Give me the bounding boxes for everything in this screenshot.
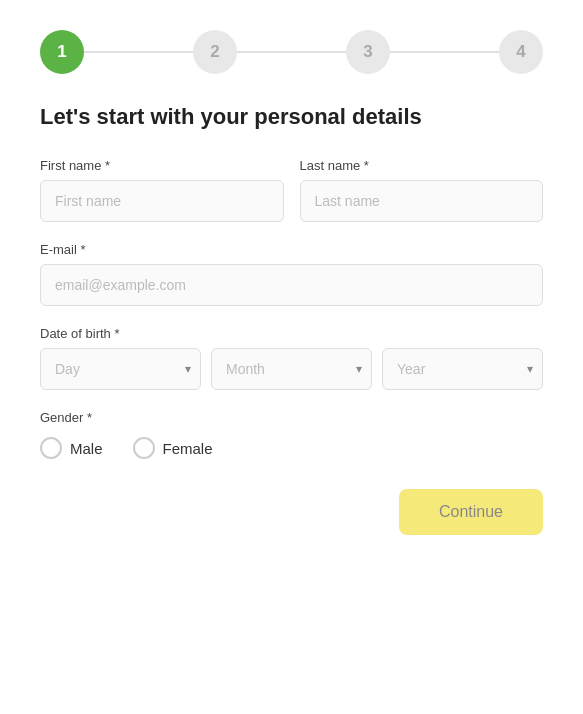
first-name-label: First name * bbox=[40, 158, 284, 173]
email-row: E-mail * bbox=[40, 242, 543, 306]
form-title: Let's start with your personal details bbox=[40, 104, 543, 130]
dob-day-select[interactable]: Day bbox=[40, 348, 201, 390]
email-group: E-mail * bbox=[40, 242, 543, 306]
dob-label: Date of birth * bbox=[40, 326, 543, 341]
stepper: 1 2 3 4 bbox=[40, 20, 543, 74]
gender-male-option[interactable]: Male bbox=[40, 437, 103, 459]
gender-label: Gender * bbox=[40, 410, 543, 425]
name-row: First name * Last name * bbox=[40, 158, 543, 222]
dob-year-select[interactable]: Year bbox=[382, 348, 543, 390]
gender-options: Male Female bbox=[40, 437, 543, 459]
step-line-2 bbox=[237, 51, 346, 53]
gender-female-label: Female bbox=[163, 440, 213, 457]
continue-button[interactable]: Continue bbox=[399, 489, 543, 535]
dob-day-wrapper: Day ▾ bbox=[40, 348, 201, 390]
dob-month-select[interactable]: Month bbox=[211, 348, 372, 390]
step-line-3 bbox=[390, 51, 499, 53]
step-3: 3 bbox=[346, 30, 390, 74]
registration-card: 1 2 3 4 Let's start with your personal d… bbox=[0, 0, 583, 714]
dob-row: Day ▾ Month ▾ Year ▾ bbox=[40, 348, 543, 390]
dob-month-wrapper: Month ▾ bbox=[211, 348, 372, 390]
dob-section: Date of birth * Day ▾ Month ▾ Year ▾ bbox=[40, 326, 543, 390]
gender-female-radio[interactable] bbox=[133, 437, 155, 459]
email-label: E-mail * bbox=[40, 242, 543, 257]
dob-year-wrapper: Year ▾ bbox=[382, 348, 543, 390]
last-name-label: Last name * bbox=[300, 158, 544, 173]
first-name-input[interactable] bbox=[40, 180, 284, 222]
first-name-group: First name * bbox=[40, 158, 284, 222]
gender-section: Gender * Male Female bbox=[40, 410, 543, 459]
step-4: 4 bbox=[499, 30, 543, 74]
continue-btn-wrapper: Continue bbox=[40, 489, 543, 535]
last-name-input[interactable] bbox=[300, 180, 544, 222]
gender-male-label: Male bbox=[70, 440, 103, 457]
last-name-group: Last name * bbox=[300, 158, 544, 222]
step-2: 2 bbox=[193, 30, 237, 74]
gender-male-radio[interactable] bbox=[40, 437, 62, 459]
email-input[interactable] bbox=[40, 264, 543, 306]
step-1: 1 bbox=[40, 30, 84, 74]
gender-female-option[interactable]: Female bbox=[133, 437, 213, 459]
step-line-1 bbox=[84, 51, 193, 53]
